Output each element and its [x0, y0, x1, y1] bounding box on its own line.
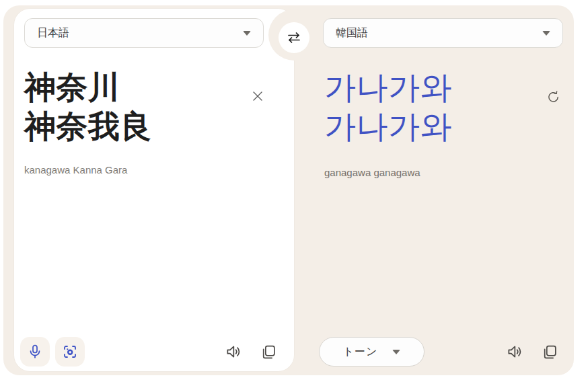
microphone-icon	[27, 344, 43, 360]
speak-source-button[interactable]	[224, 342, 243, 361]
source-text-line: 神奈我良	[24, 107, 152, 146]
refresh-translation-button[interactable]	[544, 87, 562, 106]
refresh-icon	[546, 89, 561, 104]
camera-translate-button[interactable]	[55, 337, 85, 367]
target-language-label: 韓国語	[336, 26, 368, 40]
speak-translation-button[interactable]	[505, 342, 524, 361]
copy-source-button[interactable]	[259, 342, 278, 361]
clear-text-button[interactable]	[248, 87, 267, 106]
source-text-line: 神奈川	[24, 68, 152, 107]
translator-app: 日本語 韓国語 神奈川 神奈我良 kanagawa Kanna Gara 가나가…	[0, 0, 588, 384]
source-panel	[14, 9, 294, 371]
camera-scan-icon	[62, 344, 78, 360]
source-language-selector[interactable]: 日本語	[24, 18, 264, 48]
source-text[interactable]: 神奈川 神奈我良	[24, 68, 152, 146]
chevron-down-icon	[542, 31, 550, 36]
speaker-icon	[225, 343, 242, 360]
tone-label: トーン	[343, 345, 378, 359]
tone-selector[interactable]: トーン	[319, 337, 425, 367]
copy-translation-button[interactable]	[540, 342, 559, 361]
copy-icon	[542, 344, 558, 360]
target-language-selector[interactable]: 韓国語	[323, 18, 563, 48]
translated-text[interactable]: 가나가와 가나가와	[324, 68, 452, 146]
translated-text-line: 가나가와	[324, 107, 452, 146]
chevron-down-icon	[392, 350, 400, 354]
translated-romanization: ganagawa ganagawa	[324, 167, 420, 178]
close-icon	[250, 88, 266, 104]
chevron-down-icon	[243, 31, 251, 36]
translated-text-line: 가나가와	[324, 68, 452, 107]
copy-icon	[260, 344, 277, 360]
source-romanization: kanagawa Kanna Gara	[24, 164, 127, 176]
speaker-icon	[506, 343, 523, 360]
source-language-label: 日本語	[37, 26, 69, 40]
swap-languages-button[interactable]	[279, 22, 309, 53]
swap-arrows-icon	[287, 32, 301, 43]
voice-input-button[interactable]	[20, 337, 50, 367]
